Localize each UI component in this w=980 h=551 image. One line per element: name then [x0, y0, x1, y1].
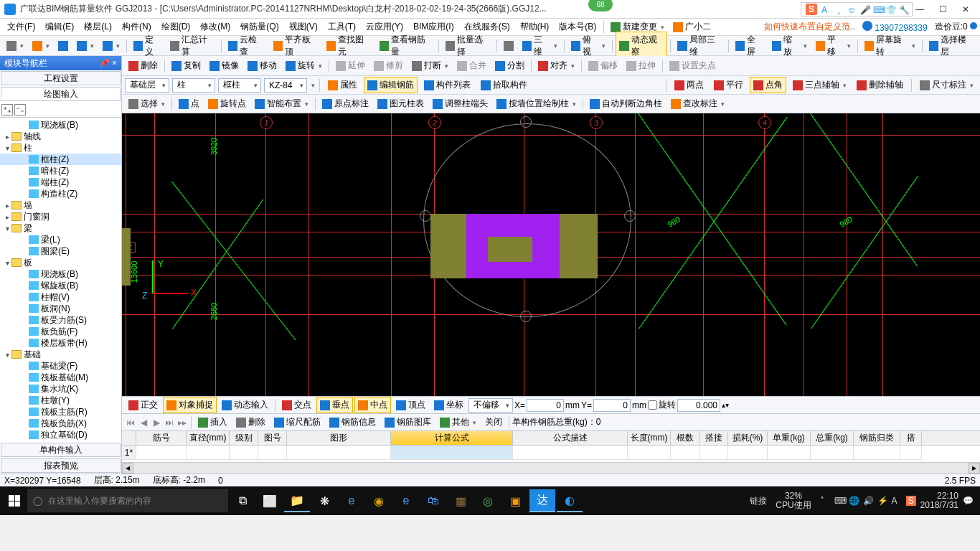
close-button[interactable]: ✕: [958, 2, 973, 17]
tray-up-icon[interactable]: ˄: [820, 496, 830, 506]
editrebar-button[interactable]: 编辑钢筋: [364, 77, 418, 93]
dim-button[interactable]: 尺寸标注▾: [916, 77, 977, 93]
tree-item[interactable]: 条形基础(T): [0, 441, 121, 442]
other-button[interactable]: 其他▾: [436, 414, 480, 430]
collapse-all-button[interactable]: ⁻₋: [14, 104, 26, 116]
blank1-button[interactable]: [500, 39, 517, 53]
scroll-right[interactable]: ▶: [969, 463, 980, 474]
tree-item[interactable]: ▾基础: [0, 349, 121, 360]
tree-item[interactable]: 端柱(Z): [0, 176, 121, 188]
info-button[interactable]: 钢筋信息: [326, 414, 380, 430]
column-header[interactable]: 图形: [287, 431, 391, 445]
cpu-meter[interactable]: 32%CPU使用: [771, 491, 815, 510]
move-button[interactable]: 移动: [244, 57, 281, 74]
category-combo[interactable]: 柱: [172, 78, 215, 93]
tree-item[interactable]: 集水坑(K): [0, 383, 121, 395]
table-cell[interactable]: [671, 446, 699, 460]
edge-icon[interactable]: e: [339, 489, 364, 512]
tree-item[interactable]: 暗柱(Z): [0, 165, 121, 176]
rotate-button[interactable]: 旋转▾: [282, 57, 326, 74]
column-header[interactable]: 总重(kg): [811, 431, 854, 445]
tree-item[interactable]: 筏板基础(M): [0, 372, 121, 383]
table-cell[interactable]: [513, 446, 628, 460]
table-cell[interactable]: [728, 446, 768, 460]
type-combo[interactable]: 框柱: [218, 78, 261, 93]
link-label[interactable]: 链接: [750, 495, 767, 507]
column-header[interactable]: 根数: [671, 431, 699, 445]
column-header[interactable]: 搭接: [699, 431, 728, 445]
notification-badge[interactable]: 68: [588, 0, 613, 11]
app-icon-4[interactable]: ▣: [502, 489, 528, 512]
xpt-button[interactable]: 交点: [278, 397, 315, 413]
column-header[interactable]: 长度(mm): [628, 431, 671, 445]
column-header[interactable]: 计算公式: [391, 431, 513, 445]
app-icon-5[interactable]: ◐: [557, 489, 583, 512]
copy-button[interactable]: 复制: [168, 57, 204, 74]
blockcol-button[interactable]: 图元柱表: [374, 95, 428, 112]
tree-item[interactable]: 板洞(N): [0, 303, 121, 314]
x-input[interactable]: [527, 399, 564, 412]
tree-item[interactable]: 独立基础(D): [0, 429, 121, 441]
menu-floor[interactable]: 楼层(L): [80, 19, 116, 34]
start-button[interactable]: [3, 489, 26, 512]
component-tree[interactable]: 现浇板(B)▸轴线▾柱框柱(Z)暗柱(Z)端柱(Z)构造柱(Z)▸墙▸门窗洞▾梁…: [0, 118, 121, 442]
origin-button[interactable]: 原点标注: [319, 95, 372, 112]
menu-file[interactable]: 文件(F): [3, 19, 39, 34]
name-combo[interactable]: KZ-84: [264, 78, 307, 93]
new-button[interactable]: ▾: [3, 39, 27, 53]
table-cell[interactable]: [136, 446, 187, 460]
tree-item[interactable]: ▸轴线: [0, 131, 121, 142]
tree-item[interactable]: 筏板主筋(R): [0, 406, 121, 418]
taskview-icon[interactable]: ⧉: [230, 489, 255, 512]
first-button[interactable]: ⏮: [125, 417, 136, 428]
chkdim-button[interactable]: 查改标注▾: [667, 95, 728, 112]
column-header[interactable]: 搭: [900, 431, 922, 445]
tray-clock[interactable]: 22:102018/7/31: [920, 491, 958, 510]
column-header[interactable]: 图号: [258, 431, 287, 445]
tree-item[interactable]: 板受力筋(S): [0, 314, 121, 326]
minimize-button[interactable]: —: [913, 2, 927, 17]
save-button[interactable]: [55, 39, 72, 53]
tree-item[interactable]: ▾板: [0, 257, 121, 268]
undo-button[interactable]: ▾: [73, 39, 98, 53]
ortho-button[interactable]: 正交: [125, 397, 161, 413]
complist-button[interactable]: 构件列表: [420, 77, 474, 93]
align-button[interactable]: 对齐▾: [534, 57, 578, 74]
table-cell[interactable]: [287, 446, 391, 460]
nav-tab-single[interactable]: 单构件输入: [1, 443, 121, 457]
insert-button[interactable]: 插入: [194, 414, 231, 430]
coord-button[interactable]: 坐标: [430, 397, 467, 413]
tree-item[interactable]: ▾梁: [0, 222, 121, 234]
column-header[interactable]: 钢筋归类: [854, 431, 900, 445]
floor-combo[interactable]: 基础层: [125, 78, 169, 93]
maximize-button[interactable]: ☐: [936, 2, 950, 17]
table-cell[interactable]: [854, 446, 900, 460]
tree-item[interactable]: ▸墙: [0, 199, 121, 211]
scale-button[interactable]: 缩尺配筋: [270, 414, 324, 430]
tree-item[interactable]: 螺旋板(B): [0, 280, 121, 291]
tree-item[interactable]: 现浇板(B): [0, 268, 121, 280]
smart-button[interactable]: 智能布置▾: [251, 95, 312, 112]
mid-button[interactable]: 中点: [354, 397, 391, 413]
nav-tab-settings[interactable]: 工程设置: [1, 71, 121, 85]
tree-item[interactable]: ▾柱: [0, 142, 121, 154]
osnap-button[interactable]: 对象捕捉: [163, 397, 217, 413]
tree-item[interactable]: 筏板负筋(X): [0, 418, 121, 429]
pin-icon[interactable]: 📌 ×: [99, 58, 117, 68]
split-button[interactable]: 分割: [491, 57, 528, 74]
table-cell[interactable]: [768, 446, 811, 460]
pick-button[interactable]: 拾取构件: [477, 77, 531, 93]
explorer-icon[interactable]: 📁: [284, 489, 310, 512]
tree-item[interactable]: 现浇板(B): [0, 119, 121, 131]
table-cell[interactable]: [230, 446, 258, 460]
ime-toolbar[interactable]: S A ， ☺ 🎤 ⌨ 👕 🔧: [801, 2, 913, 17]
table-cell[interactable]: [628, 446, 671, 460]
tray-vol-icon[interactable]: 🔊: [863, 496, 873, 506]
autoedge-button[interactable]: 自动判断边角柱: [586, 95, 666, 112]
dyninput-button[interactable]: 动态输入: [218, 397, 272, 413]
tree-item[interactable]: 柱墩(Y): [0, 395, 121, 406]
delaux-button[interactable]: 删除辅轴: [853, 77, 907, 93]
perp-button[interactable]: 垂点: [316, 397, 353, 413]
tree-item[interactable]: 框柱(Z): [0, 154, 121, 165]
glodon-icon[interactable]: 达: [529, 489, 555, 512]
